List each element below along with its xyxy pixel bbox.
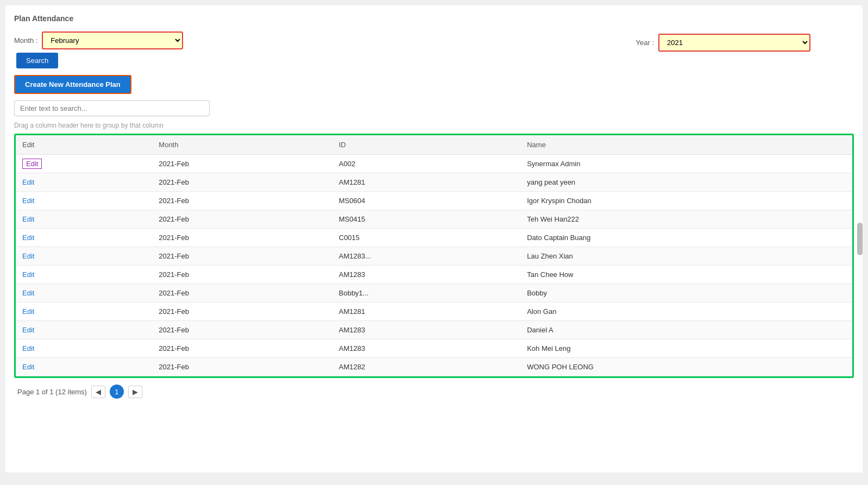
edit-cell: Edit xyxy=(16,266,152,284)
filter-area: Month : January February March April May… xyxy=(14,32,854,68)
table-row: Edit2021-FebAM1283Daniel A xyxy=(16,321,852,339)
month-cell: 2021-Feb xyxy=(152,210,332,229)
edit-cell: Edit xyxy=(16,210,152,229)
prev-page-button[interactable]: ◀ xyxy=(91,386,105,398)
name-cell: Alon Gan xyxy=(520,303,852,321)
month-cell: 2021-Feb xyxy=(152,229,332,247)
edit-link[interactable]: Edit xyxy=(22,234,34,242)
search-btn-row: Search xyxy=(14,53,183,68)
edit-cell: Edit xyxy=(16,284,152,303)
month-cell: 2021-Feb xyxy=(152,303,332,321)
name-cell: WONG POH LEONG xyxy=(520,358,852,376)
edit-cell: Edit xyxy=(16,192,152,210)
id-cell: AM1283 xyxy=(332,266,520,284)
col-month: Month xyxy=(152,135,332,155)
month-cell: 2021-Feb xyxy=(152,284,332,303)
scrollbar-indicator[interactable] xyxy=(857,223,863,255)
table-row: Edit2021-FebBobby1...Bobby xyxy=(16,284,852,303)
table-search-area xyxy=(14,100,854,116)
edit-link[interactable]: Edit xyxy=(22,159,42,169)
name-cell: Lau Zhen Xian xyxy=(520,247,852,266)
edit-cell: Edit xyxy=(16,247,152,266)
month-block: Month : January February March April May… xyxy=(14,32,183,68)
table-search-input[interactable] xyxy=(14,100,210,116)
edit-link[interactable]: Edit xyxy=(22,307,34,316)
toolbar-area: Create New Attendance Plan xyxy=(14,75,854,94)
name-cell: Dato Captain Buang xyxy=(520,229,852,247)
page-title: Plan Attendance xyxy=(14,14,854,23)
edit-link[interactable]: Edit xyxy=(22,344,34,352)
col-edit: Edit xyxy=(16,135,152,155)
year-group: Year : 2019 2020 2021 2022 2023 xyxy=(636,34,811,52)
page-container: Plan Attendance Month : January February… xyxy=(5,5,863,473)
month-label-row: Month : January February March April May… xyxy=(14,32,183,49)
name-cell: Tan Chee How xyxy=(520,266,852,284)
edit-cell: Edit xyxy=(16,303,152,321)
name-cell: Bobby xyxy=(520,284,852,303)
edit-link[interactable]: Edit xyxy=(22,197,34,205)
data-table-wrapper: Edit Month ID Name Edit2021-FebA002Syner… xyxy=(14,134,854,378)
table-row: Edit2021-FebAM1282WONG POH LEONG xyxy=(16,358,852,376)
table-row: Edit2021-FebMS0415Teh Wei Han222 xyxy=(16,210,852,229)
search-button[interactable]: Search xyxy=(16,53,58,68)
month-cell: 2021-Feb xyxy=(152,155,332,173)
id-cell: C0015 xyxy=(332,229,520,247)
name-cell: Synermax Admin xyxy=(520,155,852,173)
pagination-row: Page 1 of 1 (12 items) ◀ 1 ▶ xyxy=(14,378,854,405)
table-row: Edit2021-FebMS0604Igor Kryspin Chodan xyxy=(16,192,852,210)
month-select[interactable]: January February March April May June Ju… xyxy=(42,32,183,49)
name-cell: Teh Wei Han222 xyxy=(520,210,852,229)
id-cell: AM1283 xyxy=(332,321,520,339)
edit-link[interactable]: Edit xyxy=(22,215,34,223)
month-cell: 2021-Feb xyxy=(152,192,332,210)
id-cell: AM1283... xyxy=(332,247,520,266)
edit-link[interactable]: Edit xyxy=(22,289,34,297)
month-cell: 2021-Feb xyxy=(152,339,332,358)
attendance-table: Edit Month ID Name Edit2021-FebA002Syner… xyxy=(16,135,852,376)
edit-cell: Edit xyxy=(16,321,152,339)
year-select[interactable]: 2019 2020 2021 2022 2023 xyxy=(658,34,810,52)
edit-link[interactable]: Edit xyxy=(22,363,34,371)
edit-cell: Edit xyxy=(16,229,152,247)
name-cell: yang peat yeen xyxy=(520,173,852,192)
name-cell: Daniel A xyxy=(520,321,852,339)
id-cell: A002 xyxy=(332,155,520,173)
id-cell: Bobby1... xyxy=(332,284,520,303)
drag-hint: Drag a column header here to group by th… xyxy=(14,122,854,129)
name-cell: Igor Kryspin Chodan xyxy=(520,192,852,210)
pagination-info: Page 1 of 1 (12 items) xyxy=(17,388,87,396)
edit-cell: Edit xyxy=(16,339,152,358)
edit-link[interactable]: Edit xyxy=(22,178,34,186)
next-page-button[interactable]: ▶ xyxy=(128,386,142,398)
edit-cell: Edit xyxy=(16,173,152,192)
month-cell: 2021-Feb xyxy=(152,358,332,376)
col-name: Name xyxy=(520,135,852,155)
edit-link[interactable]: Edit xyxy=(22,270,34,279)
month-cell: 2021-Feb xyxy=(152,173,332,192)
table-row: Edit2021-FebAM1283Koh Mei Leng xyxy=(16,339,852,358)
id-cell: AM1282 xyxy=(332,358,520,376)
table-row: Edit2021-FebAM1281yang peat yeen xyxy=(16,173,852,192)
edit-cell: Edit xyxy=(16,358,152,376)
month-label: Month : xyxy=(14,36,37,45)
month-cell: 2021-Feb xyxy=(152,266,332,284)
col-id: ID xyxy=(332,135,520,155)
id-cell: AM1283 xyxy=(332,339,520,358)
edit-link[interactable]: Edit xyxy=(22,326,34,334)
id-cell: AM1281 xyxy=(332,173,520,192)
table-row: Edit2021-FebAM1281Alon Gan xyxy=(16,303,852,321)
table-row: Edit2021-FebA002Synermax Admin xyxy=(16,155,852,173)
id-cell: MS0415 xyxy=(332,210,520,229)
edit-link[interactable]: Edit xyxy=(22,252,34,260)
table-row: Edit2021-FebAM1283...Lau Zhen Xian xyxy=(16,247,852,266)
create-attendance-plan-button[interactable]: Create New Attendance Plan xyxy=(14,75,131,94)
edit-cell: Edit xyxy=(16,155,152,173)
name-cell: Koh Mei Leng xyxy=(520,339,852,358)
current-page-button[interactable]: 1 xyxy=(110,385,124,399)
table-row: Edit2021-FebC0015Dato Captain Buang xyxy=(16,229,852,247)
month-cell: 2021-Feb xyxy=(152,321,332,339)
month-cell: 2021-Feb xyxy=(152,247,332,266)
year-label: Year : xyxy=(636,39,655,47)
table-row: Edit2021-FebAM1283Tan Chee How xyxy=(16,266,852,284)
id-cell: AM1281 xyxy=(332,303,520,321)
